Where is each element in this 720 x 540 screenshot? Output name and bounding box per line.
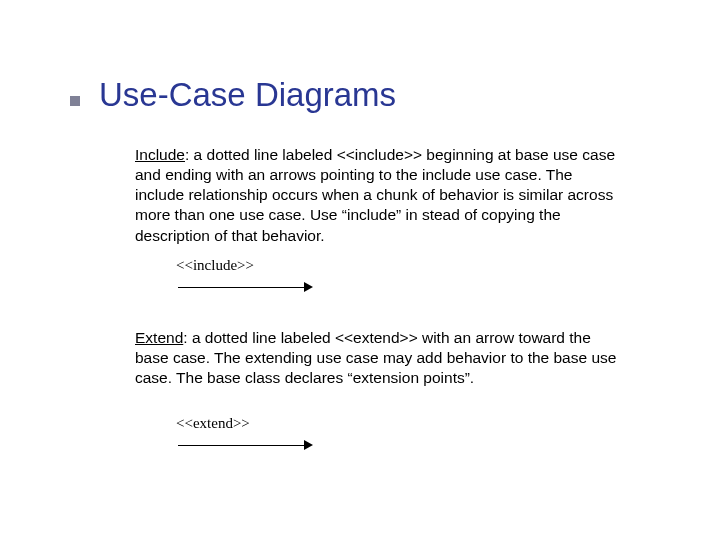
- include-arrow-block: <<include>>: [176, 256, 625, 298]
- extend-arrow-block: <<extend>>: [176, 414, 625, 456]
- body-content: Include: a dotted line labeled <<include…: [135, 145, 625, 456]
- extend-paragraph: Extend: a dotted line labeled <<extend>>…: [135, 328, 625, 388]
- include-paragraph: Include: a dotted line labeled <<include…: [135, 145, 625, 246]
- include-arrow-head-icon: [304, 282, 313, 292]
- extend-arrow-line: [178, 445, 308, 446]
- include-label: Include: [135, 146, 185, 163]
- include-arrow-line: [178, 287, 308, 288]
- extend-text: : a dotted line labeled <<extend>> with …: [135, 329, 616, 386]
- extend-arrow-label: <<extend>>: [176, 414, 625, 434]
- extend-arrow-head-icon: [304, 440, 313, 450]
- extend-label: Extend: [135, 329, 183, 346]
- page-title: Use-Case Diagrams: [99, 76, 396, 114]
- include-text: : a dotted line labeled <<include>> begi…: [135, 146, 615, 244]
- include-arrow-label: <<include>>: [176, 256, 625, 276]
- title-bullet: [70, 96, 80, 106]
